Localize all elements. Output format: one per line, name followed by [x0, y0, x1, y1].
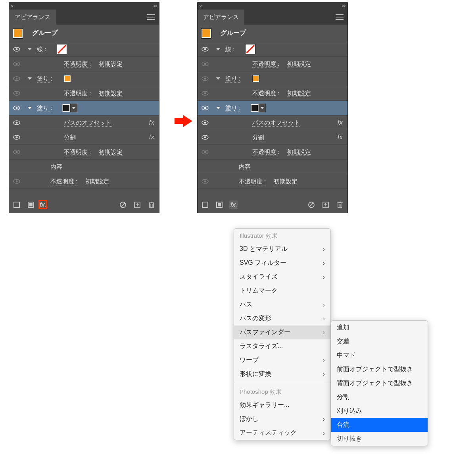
- duplicate-icon[interactable]: [321, 200, 330, 209]
- selection-swatch[interactable]: [13, 29, 23, 38]
- opacity-value[interactable]: 初期設定: [99, 148, 123, 156]
- submenu-item[interactable]: 刈り込み: [331, 404, 428, 418]
- visibility-icon[interactable]: [9, 62, 24, 66]
- visibility-icon[interactable]: [9, 179, 24, 184]
- add-effect-button[interactable]: fx.: [229, 200, 238, 209]
- chevron-down-icon[interactable]: [213, 77, 224, 80]
- menu-item[interactable]: パス›: [234, 298, 330, 312]
- offset-path-label[interactable]: パスのオフセット: [252, 119, 300, 127]
- add-effect-button[interactable]: fx.: [38, 200, 47, 209]
- visibility-icon[interactable]: [198, 135, 213, 140]
- opacity-value[interactable]: 初期設定: [99, 60, 123, 67]
- submenu-item[interactable]: 分割: [331, 390, 428, 404]
- visibility-icon[interactable]: [198, 76, 213, 81]
- menu-item[interactable]: 効果ギャラリー...: [234, 398, 330, 412]
- fx-indicator-icon[interactable]: fx: [338, 119, 343, 127]
- fill-label[interactable]: 塗り :: [225, 75, 240, 83]
- fill-swatch-orange[interactable]: [252, 75, 259, 82]
- row-offset-path[interactable]: パスのオフセット fx: [198, 116, 347, 130]
- trash-icon[interactable]: [336, 200, 344, 209]
- row-fill1-opacity[interactable]: 不透明度 : 初期設定: [198, 86, 347, 101]
- menu-item[interactable]: 3D とマテリアル›: [234, 242, 330, 256]
- offset-path-label[interactable]: パスのオフセット: [64, 119, 111, 127]
- collapse-icon[interactable]: <<: [342, 4, 345, 8]
- fill-label[interactable]: 塗り :: [225, 104, 240, 112]
- visibility-icon[interactable]: [9, 76, 24, 81]
- menu-item[interactable]: ぼかし›: [234, 412, 330, 426]
- chevron-down-icon[interactable]: [24, 107, 35, 109]
- row-fill1-opacity[interactable]: 不透明度 : 初期設定: [9, 86, 159, 101]
- new-fill-icon[interactable]: [215, 200, 224, 209]
- menu-item[interactable]: パスの変形›: [234, 312, 330, 325]
- duplicate-icon[interactable]: [133, 200, 142, 209]
- tab-appearance[interactable]: アピアランス: [198, 10, 244, 25]
- close-icon[interactable]: ×: [11, 3, 14, 9]
- opacity-value[interactable]: 初期設定: [274, 178, 298, 185]
- close-icon[interactable]: ×: [199, 3, 202, 9]
- clear-appearance-icon[interactable]: [119, 200, 127, 209]
- divide-label[interactable]: 分割: [252, 134, 264, 141]
- chevron-down-icon[interactable]: [24, 48, 35, 50]
- visibility-icon[interactable]: [9, 47, 24, 52]
- menu-item[interactable]: 形状に変換›: [234, 367, 330, 381]
- new-stroke-icon[interactable]: [201, 200, 209, 209]
- stroke-swatch-none[interactable]: [246, 44, 255, 54]
- row-fill-1[interactable]: 塗り :: [198, 71, 347, 86]
- fill-label[interactable]: 塗り :: [37, 75, 52, 83]
- opacity-label[interactable]: 不透明度 :: [64, 148, 91, 156]
- row-contents[interactable]: 内容: [9, 160, 159, 174]
- row-offset-path[interactable]: パスのオフセット fx: [9, 116, 159, 130]
- submenu-item[interactable]: 追加: [331, 321, 428, 335]
- opacity-value[interactable]: 初期設定: [99, 90, 123, 97]
- stroke-label[interactable]: 線 :: [37, 46, 46, 53]
- row-fill-2-selected[interactable]: 塗り :: [9, 101, 159, 116]
- menu-item[interactable]: ラスタライズ...: [234, 339, 330, 353]
- opacity-label[interactable]: 不透明度 :: [50, 178, 77, 185]
- submenu-item[interactable]: 交差: [331, 335, 428, 349]
- selection-swatch[interactable]: [202, 29, 211, 38]
- row-stroke-opacity[interactable]: 不透明度 : 初期設定: [9, 57, 159, 71]
- row-overall-opacity[interactable]: 不透明度 : 初期設定: [198, 174, 347, 189]
- fill-swatch-dark[interactable]: [62, 104, 70, 112]
- menu-item[interactable]: SVG フィルター›: [234, 256, 330, 270]
- chevron-down-icon[interactable]: [24, 77, 35, 80]
- row-stroke-opacity[interactable]: 不透明度 : 初期設定: [198, 57, 347, 71]
- visibility-icon[interactable]: [198, 120, 213, 125]
- opacity-value[interactable]: 初期設定: [85, 178, 109, 185]
- stroke-swatch-none[interactable]: [57, 44, 67, 54]
- visibility-icon[interactable]: [9, 135, 24, 140]
- visibility-icon[interactable]: [198, 91, 213, 96]
- collapse-icon[interactable]: <<: [153, 4, 157, 8]
- submenu-item[interactable]: 切り抜き: [331, 432, 428, 446]
- row-contents[interactable]: 内容: [198, 160, 347, 174]
- fill-swatch-orange[interactable]: [64, 75, 71, 82]
- trash-icon[interactable]: [147, 200, 156, 209]
- chevron-down-icon[interactable]: [213, 48, 224, 50]
- fill-label[interactable]: 塗り :: [37, 104, 52, 112]
- row-divide[interactable]: 分割 fx: [198, 130, 347, 145]
- menu-item[interactable]: トリムマーク: [234, 284, 330, 298]
- opacity-label[interactable]: 不透明度 :: [239, 178, 266, 185]
- menu-item[interactable]: アーティスティック›: [234, 426, 330, 440]
- clear-appearance-icon[interactable]: [307, 200, 316, 209]
- fill-swatch-dark[interactable]: [251, 104, 259, 112]
- opacity-label[interactable]: 不透明度 :: [252, 148, 279, 156]
- row-stroke[interactable]: 線 :: [9, 42, 159, 57]
- fx-indicator-icon[interactable]: fx: [149, 119, 154, 127]
- row-fill-2-selected[interactable]: 塗り :: [198, 101, 347, 116]
- menu-item[interactable]: パスファインダー›: [234, 325, 330, 339]
- chevron-down-icon[interactable]: [213, 107, 224, 109]
- swatch-dropdown-icon[interactable]: [259, 104, 266, 112]
- row-overall-opacity[interactable]: 不透明度 : 初期設定: [9, 174, 159, 189]
- row-fill2-opacity[interactable]: 不透明度 : 初期設定: [198, 145, 347, 160]
- visibility-icon[interactable]: [198, 150, 213, 154]
- visibility-icon[interactable]: [198, 47, 213, 52]
- opacity-value[interactable]: 初期設定: [287, 60, 311, 67]
- opacity-label[interactable]: 不透明度 :: [252, 60, 279, 68]
- opacity-value[interactable]: 初期設定: [287, 148, 311, 156]
- fx-indicator-icon[interactable]: fx: [338, 133, 343, 141]
- stroke-label[interactable]: 線 :: [225, 46, 234, 53]
- row-fill2-opacity[interactable]: 不透明度 : 初期設定: [9, 145, 159, 160]
- visibility-icon[interactable]: [9, 150, 24, 154]
- visibility-icon[interactable]: [198, 106, 213, 110]
